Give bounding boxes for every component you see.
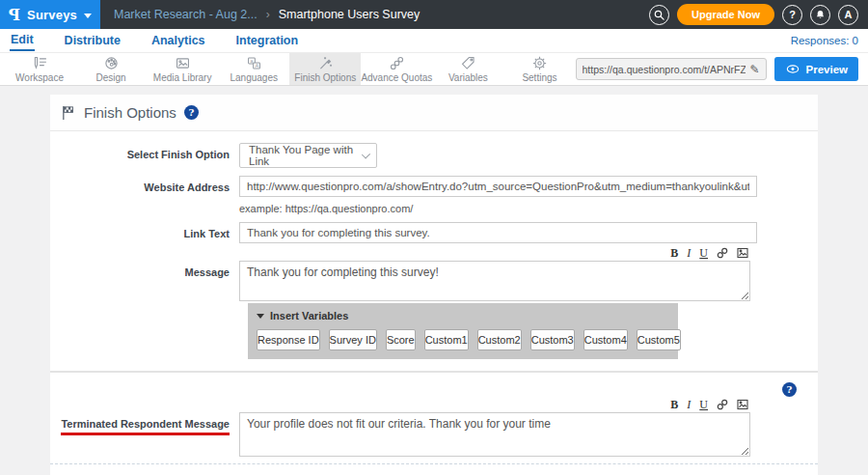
svg-text:A: A <box>255 63 258 69</box>
finish-option-selected-value: Thank You Page with Link <box>249 144 362 167</box>
account-avatar[interactable]: A <box>838 5 858 25</box>
wand-icon <box>317 55 334 71</box>
panel-header: Finish Options ? <box>50 95 818 131</box>
toolbar-item-label: Variables <box>448 72 488 83</box>
website-address-row: Website Address example: https://qa.ques… <box>50 176 818 214</box>
toolbar-item-settings[interactable]: Settings <box>503 53 575 85</box>
link-icon[interactable] <box>717 247 728 259</box>
underline-button[interactable]: U <box>699 247 708 259</box>
message-row: Message B I U Thank you for completing t… <box>50 245 818 301</box>
toolbar-item-finish-options[interactable]: Finish Options <box>289 53 361 85</box>
survey-url-input[interactable] <box>583 64 746 75</box>
surveys-product-switcher[interactable]: P Surveys <box>0 0 100 29</box>
image-icon <box>175 55 191 71</box>
underline-button[interactable]: U <box>699 399 708 410</box>
italic-button[interactable]: I <box>687 399 691 410</box>
toolbar-item-design[interactable]: Design <box>75 53 147 85</box>
palette-icon <box>103 55 120 71</box>
toolbar-item-label: Languages <box>230 72 278 83</box>
tag-icon <box>460 55 476 71</box>
insert-image-icon[interactable] <box>737 247 748 259</box>
gear-icon <box>531 55 548 71</box>
search-button[interactable] <box>649 5 669 25</box>
toolbar-right: ✎ Preview <box>576 53 868 85</box>
question-icon: ? <box>789 9 796 20</box>
website-address-label: Website Address <box>50 176 230 214</box>
bold-button[interactable]: B <box>670 247 678 259</box>
italic-button[interactable]: I <box>687 247 691 259</box>
message-label: Message <box>50 245 230 301</box>
finish-options-form: Select Finish Option Thank You Page with… <box>50 131 818 475</box>
breadcrumb: Market Research - Aug 2... › Smartphone … <box>114 8 420 21</box>
link-text-row: Link Text <box>50 222 818 243</box>
website-address-example: example: https://qa.questionpro.com/ <box>239 203 757 214</box>
upgrade-now-button[interactable]: Upgrade Now <box>677 4 774 25</box>
finish-option-row: Select Finish Option Thank You Page with… <box>50 143 818 168</box>
terminated-help-row: ? <box>50 382 818 397</box>
page-title: Finish Options <box>84 104 176 121</box>
breadcrumb-folder[interactable]: Market Research - Aug 2... <box>114 8 258 21</box>
toolbar-item-media-library[interactable]: Media Library <box>147 53 218 85</box>
terminated-format-toolbar: B I U <box>239 397 750 411</box>
chevron-right-icon: › <box>266 8 270 21</box>
survey-url-box: ✎ <box>576 58 767 80</box>
variable-button-custom3[interactable]: Custom3 <box>530 329 575 350</box>
avatar-initial: A <box>845 9 853 20</box>
link-text-input[interactable] <box>239 222 757 243</box>
finish-flag-icon <box>61 104 76 121</box>
notifications-button[interactable] <box>810 5 830 25</box>
tab-integration[interactable]: Integration <box>235 31 300 50</box>
bold-button[interactable]: B <box>670 399 678 410</box>
insert-variables-title: Insert Variables <box>270 310 348 321</box>
toolbar-item-advance-quotas[interactable]: Advance Quotas <box>361 53 432 85</box>
chevron-down-icon <box>84 14 92 18</box>
finish-option-label: Select Finish Option <box>50 143 230 168</box>
help-button[interactable]: ? <box>782 5 802 25</box>
variable-button-custom2[interactable]: Custom2 <box>477 329 522 350</box>
edit-url-icon[interactable]: ✎ <box>749 63 759 76</box>
message-textarea[interactable]: Thank you for completing this survey! <box>239 261 750 301</box>
variable-button-score[interactable]: Score <box>386 329 416 350</box>
dotted-divider <box>50 463 818 464</box>
responses-count[interactable]: Responses: 0 <box>791 35 868 46</box>
variable-button-response-id[interactable]: Response ID <box>257 329 320 350</box>
link-icon[interactable] <box>717 399 728 410</box>
insert-variables-panel: Insert Variables Response ID Survey ID S… <box>248 303 678 359</box>
variable-button-custom4[interactable]: Custom4 <box>583 329 628 350</box>
toolbar-item-variables[interactable]: Variables <box>432 53 503 85</box>
preview-button[interactable]: Preview <box>774 57 858 81</box>
toolbar-item-label: Design <box>96 72 126 83</box>
save-row: Save Changes <box>239 471 818 475</box>
svg-text:a: a <box>250 58 253 64</box>
finish-option-select[interactable]: Thank You Page with Link <box>239 143 377 168</box>
toolbar-item-label: Settings <box>522 72 556 83</box>
insert-variables-buttons: Response ID Survey ID Score Custom1 Cust… <box>257 329 669 350</box>
toolbar-item-label: Media Library <box>153 72 212 83</box>
main-content: Finish Options ? Select Finish Option Th… <box>0 86 868 475</box>
message-format-toolbar: B I U <box>239 245 750 260</box>
insert-variables-toggle[interactable]: Insert Variables <box>257 310 669 321</box>
chain-icon <box>389 55 405 71</box>
tab-analytics[interactable]: Analytics <box>150 31 206 50</box>
variable-button-custom5[interactable]: Custom5 <box>637 329 681 350</box>
edit-toolbar: Workspace Design Media Library a A Langu… <box>0 53 868 86</box>
terminated-help-icon[interactable]: ? <box>782 382 797 397</box>
toolbar-item-workspace[interactable]: Workspace <box>4 53 75 85</box>
terminated-message-textarea[interactable]: Your profile does not fit our criteria. … <box>239 412 750 457</box>
terminated-message-label-wrap: Terminated Respondent Message <box>50 397 230 457</box>
chevron-down-icon <box>362 150 370 158</box>
website-address-input[interactable] <box>239 176 757 197</box>
breadcrumb-survey-name[interactable]: Smartphone Users Survey <box>279 8 420 21</box>
link-text-label: Link Text <box>50 222 230 243</box>
toolbar-item-label: Finish Options <box>294 72 356 83</box>
translate-icon: a A <box>246 55 262 71</box>
tab-distribute[interactable]: Distribute <box>64 31 122 50</box>
toolbar-item-languages[interactable]: a A Languages <box>218 53 289 85</box>
tab-edit[interactable]: Edit <box>10 30 35 51</box>
finish-options-help-icon[interactable]: ? <box>184 105 199 120</box>
variable-button-survey-id[interactable]: Survey ID <box>329 329 377 350</box>
toolbar-item-label: Advance Quotas <box>361 72 432 83</box>
variable-button-custom1[interactable]: Custom1 <box>424 329 469 350</box>
insert-image-icon[interactable] <box>737 399 748 410</box>
preview-label: Preview <box>806 64 848 75</box>
